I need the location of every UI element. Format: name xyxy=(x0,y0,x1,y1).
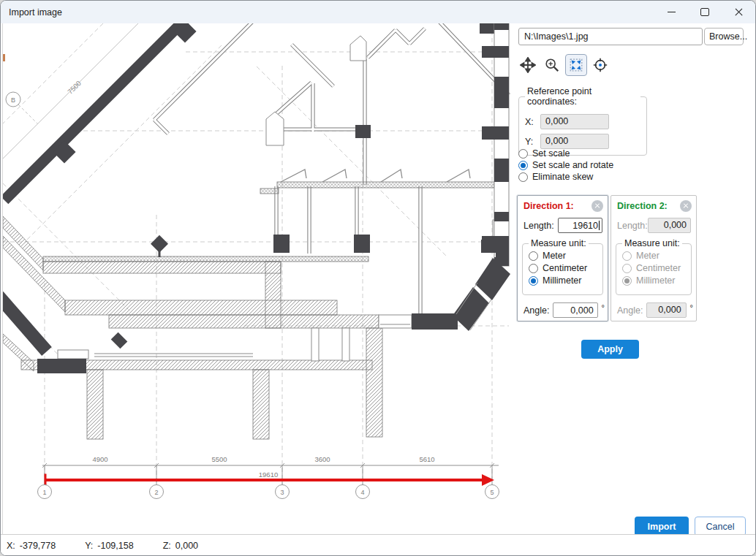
unit-option-millimeter[interactable]: Millimeter xyxy=(529,276,597,286)
x-coordinate-label: X: xyxy=(525,117,535,127)
close-icon xyxy=(734,7,744,17)
unit-label: Meter xyxy=(543,251,566,261)
axis-number: 3 xyxy=(280,489,284,496)
axis-letter: B xyxy=(11,96,15,104)
axis-bubbles: 1 2 3 4 5 xyxy=(38,485,499,499)
unit-option-meter[interactable]: Meter xyxy=(529,251,597,261)
apply-button[interactable]: Apply xyxy=(581,340,639,359)
minimize-button[interactable] xyxy=(654,1,688,23)
unit-option-millimeter[interactable]: Millimeter xyxy=(622,276,685,286)
dimension-label: 5500 xyxy=(211,455,227,463)
direction-2-panel: Direction 2: Length: 0,000 Measure unit:… xyxy=(611,195,697,321)
mode-option-label: Set scale and rotate xyxy=(532,161,613,170)
axis-number: 1 xyxy=(42,489,46,496)
unit-label: Millimeter xyxy=(636,276,675,286)
browse-button[interactable]: Browse... xyxy=(704,28,744,45)
unit-label: Centimeter xyxy=(543,264,587,273)
image-path-input[interactable] xyxy=(518,28,703,45)
angle-label: Angle: xyxy=(523,305,549,316)
dimension-label: 5610 xyxy=(419,455,434,463)
degree-symbol: ° xyxy=(602,303,605,312)
direction-2-length-input[interactable]: 0,000 xyxy=(648,218,691,233)
import-settings-panel: Browse... xyxy=(511,23,755,534)
direction-2-angle-input[interactable]: 0,000 xyxy=(646,302,686,318)
minimize-icon xyxy=(668,12,676,12)
floor-plan-drawing: B 7500 xyxy=(3,23,511,534)
radio-icon xyxy=(529,276,538,286)
axis-number: 5 xyxy=(490,489,494,496)
import-button[interactable]: Import xyxy=(635,517,689,536)
unit-option-meter[interactable]: Meter xyxy=(622,251,685,261)
unit-option-centimeter[interactable]: Centimeter xyxy=(622,264,685,273)
unit-label: Meter xyxy=(636,251,659,261)
x-coordinate-field[interactable]: 0,000 xyxy=(540,114,609,129)
direction-1-panel: Direction 1: Length: 19610 Measure unit:… xyxy=(517,195,608,321)
degree-symbol: ° xyxy=(690,303,693,312)
direction-1-angle-input[interactable]: 0,000 xyxy=(553,302,597,318)
axis-number: 2 xyxy=(154,489,158,496)
mode-option-set-scale-and-rotate[interactable]: Set scale and rotate xyxy=(518,161,613,170)
zoom-in-icon xyxy=(544,57,560,73)
length-label: Length: xyxy=(523,221,554,231)
mode-option-label: Eliminate skew xyxy=(532,172,593,182)
direction-1-unit-group: Measure unit: Meter Centimeter Millimete… xyxy=(522,238,603,295)
close-button[interactable] xyxy=(722,1,755,23)
unit-option-centimeter[interactable]: Centimeter xyxy=(529,264,597,273)
y-coordinate-label: Y: xyxy=(525,137,535,147)
status-bar: X:-379,778 Y:-109,158 Z:0,000 xyxy=(1,534,755,556)
maximize-button[interactable] xyxy=(688,1,722,23)
title-bar: Import image xyxy=(1,1,755,23)
mode-option-set-scale[interactable]: Set scale xyxy=(518,149,613,159)
reference-point-button[interactable] xyxy=(589,54,611,76)
mode-option-eliminate-skew[interactable]: Eliminate skew xyxy=(518,172,613,182)
length-label: Length: xyxy=(617,221,648,231)
door-swings xyxy=(281,170,470,182)
cursor-z-readout: Z:0,000 xyxy=(163,541,203,551)
reference-point-icon xyxy=(592,57,608,73)
unit-group-title: Measure unit: xyxy=(529,238,589,248)
unit-group-title: Measure unit: xyxy=(622,238,682,248)
dimension-label: 4900 xyxy=(92,455,107,463)
fit-to-extents-button[interactable] xyxy=(565,54,587,76)
axis-b-callout: B 7500 xyxy=(3,23,153,173)
direction-2-clear-button[interactable] xyxy=(680,200,692,212)
pan-icon xyxy=(520,57,536,73)
window-controls xyxy=(654,1,755,23)
plan-preview-area[interactable]: B 7500 xyxy=(2,23,512,534)
cursor-x-readout: X:-379,778 xyxy=(7,541,60,551)
dimension-label: 3600 xyxy=(314,455,330,463)
cancel-button[interactable]: Cancel xyxy=(695,517,746,536)
direction-1-length-input[interactable]: 19610 xyxy=(558,218,602,233)
pan-tool-button[interactable] xyxy=(517,54,539,76)
unit-label: Millimeter xyxy=(543,276,581,286)
reference-group-title: Reference point coordinates: xyxy=(525,86,640,107)
fit-to-extents-icon xyxy=(568,57,584,73)
mode-option-label: Set scale xyxy=(532,149,570,159)
direction-2-unit-group: Measure unit: Meter Centimeter Millimete… xyxy=(616,238,692,295)
total-dimension-label: 19610 xyxy=(259,471,278,479)
angled-corner-wall xyxy=(453,240,510,331)
angle-label: Angle: xyxy=(617,305,643,316)
radio-icon xyxy=(529,251,538,261)
hatched-walls xyxy=(3,216,382,439)
radio-icon xyxy=(622,251,632,261)
direction-1-title: Direction 1: xyxy=(523,201,574,211)
radio-icon xyxy=(518,161,528,170)
reference-point-group: Reference point coordinates: X: 0,000 Y:… xyxy=(518,86,647,156)
length-value: 19610 xyxy=(572,221,598,231)
main-corridor-wall xyxy=(260,170,494,194)
radio-icon xyxy=(518,172,528,182)
radio-icon xyxy=(529,264,538,273)
cursor-y-readout: Y:-109,158 xyxy=(85,541,137,551)
scale-mode-options: Set scale Set scale and rotate Eliminate… xyxy=(518,149,613,184)
axis-number: 4 xyxy=(360,489,364,496)
viewer-toolbar xyxy=(517,54,611,76)
y-coordinate-field[interactable]: 0,000 xyxy=(540,134,609,149)
radio-icon xyxy=(622,276,632,286)
direction-1-clear-button[interactable] xyxy=(591,200,603,212)
text-caret xyxy=(599,221,600,230)
direction-2-title: Direction 2: xyxy=(617,201,668,211)
import-image-dialog: Import image xyxy=(0,0,756,556)
zoom-tool-button[interactable] xyxy=(541,54,563,76)
radio-icon xyxy=(518,149,528,159)
